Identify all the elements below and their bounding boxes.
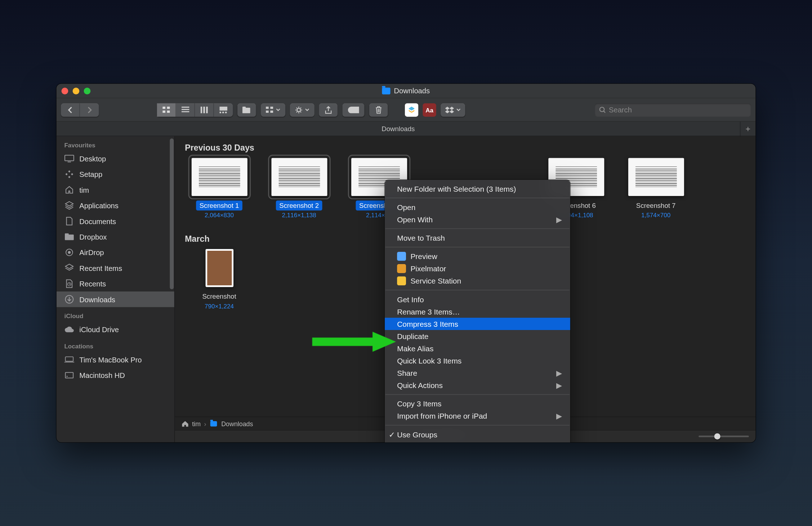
sidebar-item-dropbox[interactable]: Dropbox [57,229,174,244]
sidebar-item-label: iCloud Drive [79,325,119,334]
file-item[interactable]: Screenshot 22,116×1,138 [265,158,334,218]
svg-rect-12 [242,106,245,108]
sidebar-item-desktop[interactable]: Desktop [57,151,174,166]
menu-item-compress-3-items[interactable]: Compress 3 Items [385,318,570,330]
svg-rect-10 [225,111,227,113]
title-bar[interactable]: Downloads [57,84,756,98]
sidebar-icon [64,154,74,163]
new-tab-button[interactable]: + [740,121,755,136]
menu-item-quick-actions[interactable]: Quick Actions▶ [385,379,570,391]
finder-window: Downloads Aa [57,84,756,442]
share-button[interactable] [319,103,338,116]
file-item[interactable]: Screenshot 71,574×700 [621,158,690,218]
menu-item-new-folder-with-selection-3-items-[interactable]: New Folder with Selection (3 Items) [385,183,570,195]
menu-item-share[interactable]: Share▶ [385,367,570,379]
menu-item-use-groups[interactable]: ✓Use Groups [385,428,570,441]
menu-item-open[interactable]: Open [385,201,570,213]
menu-item-label: Copy 3 Items [397,400,441,408]
file-dimensions: 2,064×830 [205,211,234,218]
menu-item-label: Open [397,203,415,211]
svg-rect-7 [219,106,227,110]
sidebar-item-recent-items[interactable]: Recent Items [57,260,174,276]
sidebar-icon [64,325,74,334]
menu-item-preview[interactable]: Preview [385,250,570,262]
sidebar-item-icloud-drive[interactable]: iCloud Drive [57,322,174,337]
arrange-button[interactable] [261,103,285,116]
tags-button[interactable] [342,103,365,116]
path-user[interactable]: tim [192,420,201,427]
file-thumbnail [271,158,327,196]
tab-downloads[interactable]: Downloads [57,125,740,133]
file-dimensions: 1,574×700 [641,211,670,218]
svg-rect-1 [167,106,170,108]
list-view-button[interactable] [176,103,195,116]
menu-item-open-with[interactable]: Open With▶ [385,213,570,226]
sidebar-item-tim[interactable]: tim [57,182,174,197]
window-controls [62,88,91,94]
menu-item-quick-look-3-items[interactable]: Quick Look 3 Items [385,355,570,367]
column-view-button[interactable] [195,103,214,116]
forward-button[interactable] [80,103,99,116]
sidebar-item-downloads[interactable]: Downloads [57,291,174,307]
sidebar-item-airdrop[interactable]: AirDrop [57,245,174,260]
minimize-window-button[interactable] [73,88,80,94]
search-input[interactable] [609,106,747,114]
close-window-button[interactable] [62,88,68,94]
menu-item-label: Get Info [397,295,424,303]
menu-item-pixelmator[interactable]: Pixelmator [385,262,570,275]
svg-point-28 [67,376,68,377]
menu-item-move-to-trash[interactable]: Move to Trash [385,232,570,244]
file-item[interactable]: Screenshot790×1,224 [185,249,254,309]
sidebar-scrollbar[interactable] [170,138,174,289]
menu-item-label: Service Station [410,277,461,285]
sidebar-item-documents[interactable]: Documents [57,213,174,229]
path-folder[interactable]: Downloads [221,420,253,427]
search-field[interactable] [595,103,751,116]
svg-rect-26 [66,357,73,361]
menu-item-get-info[interactable]: Get Info [385,293,570,306]
file-name: Screenshot 1 [196,200,242,210]
sidebar-item-tim-s-macbook-pro[interactable]: Tim's MacBook Pro [57,352,174,367]
trash-button[interactable] [369,103,388,116]
action-button[interactable] [290,103,314,116]
dropbox-button[interactable] [441,103,465,116]
sidebar-icon [64,371,74,380]
menu-item-make-alias[interactable]: Make Alias [385,342,570,355]
section-title: Previous 30 Days [175,136,755,158]
file-name: Screenshot 2 [276,200,322,210]
menu-item-group-by[interactable]: Group By▶ [385,441,570,442]
menu-item-service-station[interactable]: Service Station [385,275,570,287]
menu-item-copy-3-items[interactable]: Copy 3 Items [385,398,570,410]
app-icon-2[interactable]: Aa [423,103,436,116]
fullscreen-window-button[interactable] [84,88,91,94]
menu-item-import-from-iphone-or-ipad[interactable]: Import from iPhone or iPad▶ [385,410,570,422]
icon-size-slider[interactable] [699,436,749,437]
sidebar-item-setapp[interactable]: Setapp [57,166,174,182]
sidebar-item-label: Tim's MacBook Pro [79,356,142,364]
icon-view-button[interactable] [157,103,176,116]
menu-item-label: Import from iPhone or iPad [397,412,487,420]
file-item[interactable]: Screenshot 12,064×830 [185,158,254,218]
sidebar-item-macintosh-hd[interactable]: Macintosh HD [57,367,174,383]
menu-item-duplicate[interactable]: Duplicate [385,330,570,342]
menu-item-label: Pixelmator [410,264,446,273]
svg-rect-13 [266,106,269,108]
sidebar-item-applications[interactable]: Applications [57,198,174,213]
sidebar-header: Locations [57,337,174,352]
new-folder-button[interactable] [237,103,256,116]
back-button[interactable] [61,103,80,116]
menu-item-rename-3-items-[interactable]: Rename 3 Items… [385,306,570,318]
svg-rect-9 [222,111,224,113]
svg-rect-27 [66,373,73,378]
sidebar-header: Favourites [57,136,174,151]
sidebar-item-recents[interactable]: Recents [57,276,174,291]
svg-rect-16 [270,110,273,112]
app-icon-1[interactable] [405,103,418,116]
sidebar-item-label: Dropbox [79,233,107,241]
tab-bar: Downloads + [57,122,756,136]
menu-item-label: Rename 3 Items… [397,307,460,316]
svg-point-18 [600,107,604,111]
gallery-view-button[interactable] [214,103,233,116]
home-icon [182,420,189,427]
sidebar-item-label: Documents [79,217,116,225]
